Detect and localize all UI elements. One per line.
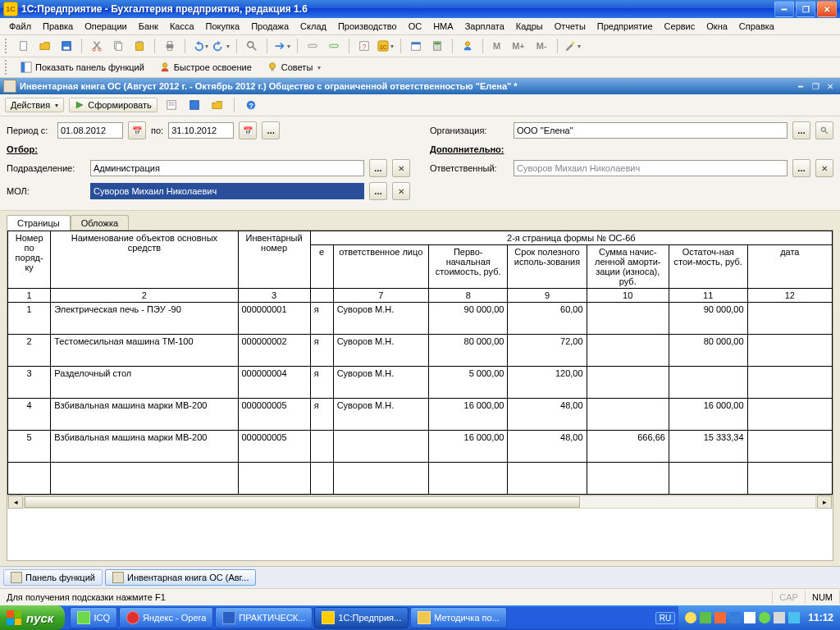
- menu-item[interactable]: Склад: [296, 20, 331, 33]
- menu-item[interactable]: Предприятие: [593, 20, 657, 33]
- menu-item[interactable]: ОС: [404, 20, 427, 33]
- task-1c[interactable]: 1С:Предприя...: [314, 607, 409, 628]
- department-select-button[interactable]: …: [369, 159, 387, 177]
- wintab-function-panel[interactable]: Панель функций: [3, 569, 103, 586]
- memory-mplus-button[interactable]: М+: [508, 37, 529, 55]
- scroll-thumb[interactable]: [25, 496, 580, 508]
- menu-item[interactable]: Отчеты: [550, 20, 590, 33]
- menu-item[interactable]: Банк: [135, 20, 162, 33]
- calendar-icon[interactable]: [407, 37, 425, 55]
- tray-icon[interactable]: [774, 612, 785, 623]
- tray-icon[interactable]: [685, 612, 696, 623]
- new-document-icon[interactable]: [15, 37, 33, 55]
- goto-link-icon[interactable]: [304, 37, 322, 55]
- actions-dropdown[interactable]: Действия▾: [5, 98, 64, 112]
- help-icon[interactable]: ?: [242, 96, 260, 114]
- tray-icon[interactable]: [714, 612, 726, 623]
- period-from-calendar-button[interactable]: 📅: [128, 121, 146, 139]
- memory-mminus-button[interactable]: М-: [532, 37, 551, 55]
- calculator-icon[interactable]: [428, 37, 446, 55]
- organization-select-button[interactable]: …: [792, 121, 810, 139]
- menu-item[interactable]: Справка: [735, 20, 778, 33]
- save-icon[interactable]: [57, 37, 75, 55]
- users-icon[interactable]: [459, 37, 477, 55]
- tray-icon[interactable]: [788, 612, 800, 623]
- period-to-calendar-button[interactable]: 📅: [239, 121, 257, 139]
- table-row[interactable]: 4Взбивальная машина марки МВ-20000000000…: [8, 399, 833, 431]
- query-wizard-icon[interactable]: ?: [355, 37, 373, 55]
- menu-item[interactable]: Зарплата: [461, 20, 509, 33]
- open-settings-icon[interactable]: [208, 96, 226, 114]
- find-icon[interactable]: [243, 37, 261, 55]
- tray-icon[interactable]: [744, 612, 756, 623]
- quick-start-button[interactable]: Быстрое освоение: [153, 59, 258, 75]
- wintab-inventory-book[interactable]: Инвентарная книга ОС (Авг...: [105, 569, 256, 586]
- tab-pages[interactable]: Страницы: [7, 215, 71, 231]
- menu-item[interactable]: Производство: [334, 20, 401, 33]
- window-minimize-button[interactable]: ━: [774, 1, 794, 17]
- mol-select-button[interactable]: …: [369, 182, 387, 200]
- period-from-input[interactable]: 01.08.2012: [57, 122, 123, 139]
- doc-restore-button[interactable]: ❐: [809, 80, 822, 92]
- settings-small-icon[interactable]: [162, 96, 180, 114]
- open-icon[interactable]: [36, 37, 54, 55]
- start-button[interactable]: пуск: [0, 605, 65, 630]
- copy-icon[interactable]: [109, 37, 127, 55]
- toolbar-grip[interactable]: [5, 60, 10, 75]
- menu-item[interactable]: НМА: [429, 20, 457, 33]
- doc-close-button[interactable]: ✕: [824, 80, 837, 92]
- print-icon[interactable]: [161, 37, 179, 55]
- tab-cover[interactable]: Обложка: [71, 215, 129, 231]
- task-icq[interactable]: ICQ: [70, 607, 117, 628]
- menu-item[interactable]: Покупка: [202, 20, 244, 33]
- task-opera[interactable]: Яндекс - Opera: [119, 607, 213, 628]
- tray-icon[interactable]: [759, 612, 770, 623]
- toolbar-grip[interactable]: [5, 39, 10, 53]
- period-to-input[interactable]: 31.10.2012: [168, 122, 234, 139]
- generate-button[interactable]: Сформировать: [69, 98, 158, 112]
- menu-item[interactable]: Кадры: [512, 20, 547, 33]
- scroll-left-button[interactable]: ◂: [8, 495, 23, 509]
- window-maximize-button[interactable]: ❐: [796, 1, 815, 17]
- tips-button[interactable]: Советы ▾: [261, 59, 326, 75]
- doc-minimize-button[interactable]: ━: [794, 80, 807, 92]
- menu-item[interactable]: Правка: [39, 20, 77, 33]
- menu-item[interactable]: Сервис: [660, 20, 700, 33]
- mol-input[interactable]: Суворов Михаил Николаевич: [90, 183, 364, 199]
- organization-open-button[interactable]: [815, 121, 833, 139]
- task-folder[interactable]: Методичка по...: [410, 607, 507, 628]
- menu-item[interactable]: Окна: [702, 20, 732, 33]
- language-indicator[interactable]: RU: [655, 612, 675, 624]
- taskbar-clock[interactable]: 11:12: [808, 612, 833, 623]
- table-row[interactable]: 3Разделочный стол000000004яСуворов М.Н.5…: [8, 367, 833, 399]
- responsible-select-button[interactable]: …: [792, 159, 810, 177]
- goto-icon[interactable]: ▾: [273, 37, 291, 55]
- organization-input[interactable]: ООО "Елена": [514, 122, 788, 139]
- memory-m-button[interactable]: М: [489, 37, 504, 55]
- redo-icon[interactable]: ▾: [212, 37, 231, 55]
- department-input[interactable]: Администрация: [90, 160, 364, 176]
- undo-icon[interactable]: ▾: [191, 37, 209, 55]
- spreadsheet-area[interactable]: Номер по поряд-ку Наименование объектов …: [7, 230, 833, 561]
- window-close-button[interactable]: ✕: [817, 1, 837, 17]
- table-row[interactable]: 5Взбивальная машина марки МВ-20000000000…: [8, 431, 833, 463]
- show-function-panel-button[interactable]: Показать панель функций: [15, 59, 150, 75]
- paste-icon[interactable]: [130, 37, 148, 55]
- table-row[interactable]: 1Электрическая печь - ПЭУ -90000000001яС…: [8, 303, 833, 335]
- settings-icon[interactable]: ▾: [564, 37, 582, 55]
- period-select-button[interactable]: …: [262, 121, 280, 139]
- save-settings-icon[interactable]: [185, 96, 203, 114]
- responsible-input[interactable]: Суворов Михаил Николаевич: [514, 160, 788, 176]
- menu-item[interactable]: Касса: [166, 20, 199, 33]
- menu-item[interactable]: Файл: [5, 20, 35, 33]
- tray-icon[interactable]: [729, 612, 741, 623]
- horizontal-scrollbar[interactable]: ◂ ▸: [7, 495, 833, 509]
- info-1c-icon[interactable]: 1C▾: [377, 37, 395, 55]
- tray-icon[interactable]: [700, 612, 711, 623]
- menu-item[interactable]: Продажа: [247, 20, 293, 33]
- cut-icon[interactable]: [88, 37, 106, 55]
- table-row[interactable]: 2Тестомесильная машина ТМ-100000000002яС…: [8, 335, 833, 367]
- department-clear-button[interactable]: ✕: [392, 159, 410, 177]
- task-word[interactable]: ПРАКТИЧЕСК...: [215, 607, 313, 628]
- menu-item[interactable]: Операции: [80, 20, 130, 33]
